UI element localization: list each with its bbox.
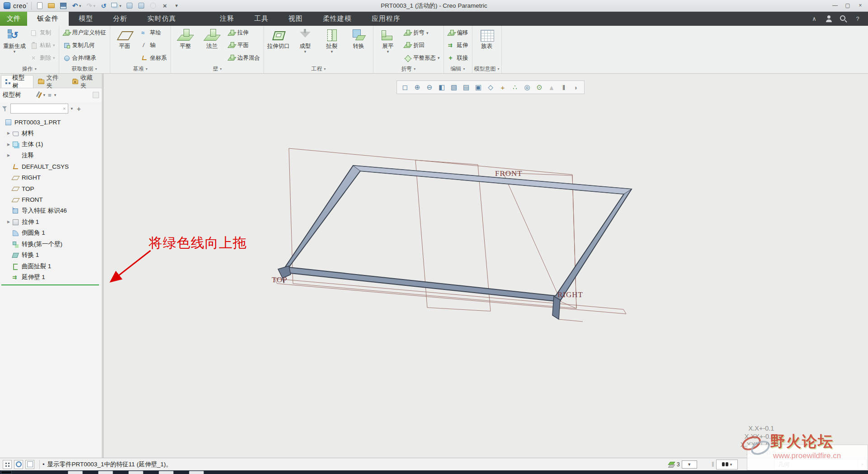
- tree-settings-icon[interactable]: [38, 92, 42, 98]
- group-dropdown-icon[interactable]: ▾: [324, 67, 326, 71]
- tree-item[interactable]: DEFAULT_CSYS: [0, 161, 102, 172]
- minimize-ribbon-icon[interactable]: ∧: [810, 15, 818, 23]
- ribbon-group-label-操作[interactable]: 操作▾: [1, 64, 57, 73]
- expand-arrow-icon[interactable]: ▶: [5, 131, 12, 135]
- tree-item[interactable]: 延伸壁 1: [0, 272, 102, 283]
- ribbon-group-label-编辑[interactable]: 编辑▾: [445, 64, 471, 73]
- group-dropdown-icon[interactable]: ▾: [220, 67, 222, 71]
- tab-工具[interactable]: 工具: [244, 12, 278, 26]
- undo-icon[interactable]: ▾: [70, 1, 83, 10]
- find-tool[interactable]: ▾: [716, 460, 738, 469]
- 平整形态-button[interactable]: 平整形态▾: [401, 52, 442, 64]
- tree-item[interactable]: TOP: [0, 183, 102, 194]
- tree-item[interactable]: FRONT: [0, 194, 102, 206]
- 拉伸-button[interactable]: 拉伸: [226, 27, 262, 38]
- tab-favorites[interactable]: * 收藏夹: [68, 75, 102, 88]
- tree-item[interactable]: 转换 1: [0, 250, 102, 261]
- 复制几何-button[interactable]: 复制几何: [61, 40, 108, 51]
- dropdown-arrow-icon[interactable]: ▾: [53, 43, 55, 47]
- tree-settings-dropdown[interactable]: ▾: [43, 93, 46, 97]
- regenerate-quick-icon[interactable]: [99, 1, 108, 10]
- account-icon[interactable]: [825, 15, 833, 23]
- 展平-button[interactable]: 展平▾: [375, 27, 401, 64]
- expand-arrow-icon[interactable]: ▶: [5, 153, 12, 157]
- command-search-icon[interactable]: [839, 15, 847, 23]
- warning-icon[interactable]: ▲: [546, 82, 557, 93]
- front-plane-label[interactable]: FRONT: [495, 169, 523, 178]
- new-file-icon[interactable]: [35, 1, 45, 10]
- right-plane-label[interactable]: RIGHT: [557, 290, 583, 299]
- dropdown-arrow-icon[interactable]: ▾: [119, 4, 122, 8]
- close-button[interactable]: ×: [854, 1, 866, 10]
- 延伸-button[interactable]: 延伸: [445, 40, 471, 51]
- dropdown-arrow-icon[interactable]: ▾: [426, 31, 429, 35]
- save-icon[interactable]: [58, 1, 68, 10]
- maximize-button[interactable]: ▢: [842, 1, 854, 10]
- tab-model-tree[interactable]: 模型树: [1, 75, 33, 88]
- expand-arrow-icon[interactable]: ▶: [5, 220, 12, 224]
- navigator-toggle-icon[interactable]: [3, 460, 12, 469]
- repaint-icon[interactable]: ◧: [436, 82, 447, 93]
- saved-orientations-icon[interactable]: ▤: [461, 82, 472, 93]
- dropdown-arrow-icon[interactable]: ▾: [14, 49, 16, 54]
- 复制-button[interactable]: 复制: [28, 27, 57, 38]
- 用户定义特征-button[interactable]: 用户定义特征: [61, 27, 108, 38]
- 成型-button[interactable]: 成型▾: [292, 27, 318, 64]
- tab-folders[interactable]: 文件夹: [33, 75, 67, 88]
- top-plane-label[interactable]: TOP: [272, 275, 288, 284]
- dropdown-arrow-icon[interactable]: ▾: [304, 49, 307, 54]
- tab-应用程序[interactable]: 应用程序: [362, 12, 410, 26]
- 删除-button[interactable]: 删除▾: [28, 52, 57, 64]
- options-icon[interactable]: [148, 1, 158, 10]
- 平整-button[interactable]: 平整: [172, 27, 198, 64]
- ribbon-group-label-壁[interactable]: 壁▾: [172, 64, 262, 73]
- 坐标系-button[interactable]: 坐标系: [138, 52, 170, 64]
- tab-钣金件[interactable]: 钣金件: [27, 12, 69, 26]
- ribbon-group-label-获取数据[interactable]: 获取数据▾: [61, 64, 108, 73]
- 转换-button[interactable]: 转换: [345, 27, 372, 64]
- activate-icon[interactable]: [137, 1, 146, 10]
- tree-filters-icon[interactable]: ≡: [48, 92, 52, 99]
- redo-icon[interactable]: ▾: [84, 1, 97, 10]
- annotation-display-icon[interactable]: ◎: [522, 82, 533, 93]
- 法兰-button[interactable]: 法兰: [199, 27, 225, 64]
- group-dropdown-icon[interactable]: ▾: [146, 67, 147, 71]
- view-images-icon[interactable]: ▣: [473, 82, 484, 93]
- dropdown-arrow-icon[interactable]: ▾: [331, 49, 333, 54]
- tree-item[interactable]: 曲面扯裂 1: [0, 261, 102, 272]
- dropdown-arrow-icon[interactable]: ▾: [79, 4, 81, 8]
- 重新生成-button[interactable]: 重新生成▾: [1, 27, 28, 64]
- 拉伸切口-button[interactable]: 拉伸切口: [265, 27, 292, 64]
- taskbar-app-icon[interactable]: [98, 471, 113, 474]
- expand-arrow-icon[interactable]: ▶: [5, 142, 12, 147]
- zoom-window-icon[interactable]: ◻: [400, 82, 410, 93]
- pause-icon[interactable]: ‖: [558, 82, 569, 93]
- 扯裂-button[interactable]: 扯裂▾: [319, 27, 345, 64]
- zoom-out-icon[interactable]: ⊖: [424, 82, 435, 93]
- 折回-button[interactable]: 折回: [401, 40, 442, 51]
- dropdown-arrow-icon[interactable]: ▾: [93, 4, 95, 8]
- taskbar-app-icon[interactable]: [128, 471, 143, 474]
- 粘贴-button[interactable]: 粘贴▾: [28, 40, 57, 51]
- tree-search-input[interactable]: [10, 104, 68, 114]
- tree-item[interactable]: ▶拉伸 1: [0, 217, 102, 228]
- datum-display-icon[interactable]: +: [497, 82, 508, 93]
- tab-分析[interactable]: 分析: [103, 12, 137, 26]
- tree-item[interactable]: ▶主体 (1): [0, 139, 102, 150]
- group-dropdown-icon[interactable]: ▾: [463, 67, 465, 71]
- tab-注释[interactable]: 注释: [210, 12, 244, 26]
- tree-item[interactable]: RIGHT: [0, 172, 102, 184]
- tree-item[interactable]: 导入特征 标识46: [0, 205, 102, 217]
- tab-模型[interactable]: 模型: [69, 12, 103, 26]
- dropdown-arrow-icon[interactable]: ▾: [387, 49, 389, 54]
- graphics-area[interactable]: FRONT TOP RIGHT ◻⊕⊖◧▧▤▣◇+∴◎⊙▲‖◗ 将绿色线向上拖 …: [104, 74, 868, 458]
- section-view-icon[interactable]: ◇: [485, 82, 496, 93]
- group-dropdown-icon[interactable]: ▾: [498, 67, 500, 71]
- dropdown-arrow-icon[interactable]: ▾: [438, 56, 440, 60]
- find-icon[interactable]: ⊙: [534, 82, 545, 93]
- dropdown-arrow-icon[interactable]: ▾: [53, 56, 55, 60]
- windows-icon[interactable]: ▾: [110, 1, 123, 10]
- group-dropdown-icon[interactable]: ▾: [414, 67, 415, 71]
- 合并/继承-button[interactable]: 合并/继承: [61, 52, 108, 64]
- tree-item[interactable]: ▶材料: [0, 128, 102, 139]
